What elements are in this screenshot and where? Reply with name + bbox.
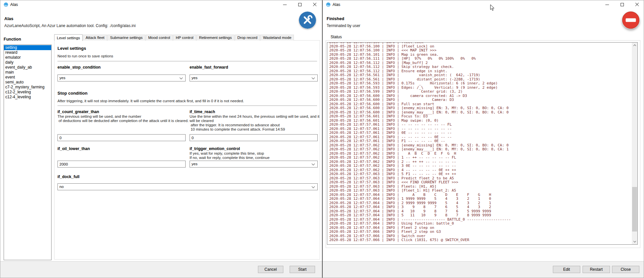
footer-bar: Cancel Start <box>0 261 322 278</box>
titlebar[interactable]: Alas <box>0 0 322 9</box>
select-value: no <box>59 185 64 189</box>
window-title: Alas <box>10 2 18 7</box>
window-title: Alas <box>333 2 340 7</box>
help-text: 10 minutes to complete the current attac… <box>190 127 285 132</box>
help-text: The previous setting will be used, and t… <box>57 114 141 119</box>
alas-app-icon <box>4 2 8 7</box>
scroll-down-button[interactable] <box>632 239 637 244</box>
tab-content-panel: Level settings Need to run once to save … <box>54 40 320 260</box>
label-if-time-reach: if_time_reach <box>190 109 215 114</box>
chevron-down-icon <box>312 76 315 79</box>
divider <box>57 106 317 106</box>
help-text: If no, wait for reply, complete this tim… <box>190 156 269 160</box>
minimize-icon <box>283 5 287 5</box>
close-icon <box>635 3 639 7</box>
window-config: Alas Alas AzurLaneAutoScript, An Azur La… <box>0 0 322 278</box>
chevron-down-icon <box>180 76 183 79</box>
status-group-label: Status <box>331 35 342 39</box>
function-item-reward[interactable]: reward <box>4 50 51 55</box>
chevron-down-icon <box>633 240 636 242</box>
app-header-title: Alas <box>4 16 13 21</box>
scrollbar-thumb[interactable] <box>632 187 637 232</box>
maximize-icon <box>621 3 624 6</box>
function-item-c7-2_mystery_farming[interactable]: c7-2_mystery_farming <box>4 85 51 90</box>
function-item-event_daily_ab[interactable]: event_daily_ab <box>4 65 51 70</box>
scroll-up-button[interactable] <box>632 43 637 48</box>
window-status: Alas Finished Terminated by user Status … <box>323 0 644 278</box>
section-desc-level-settings: Need to run once to save options <box>57 54 113 58</box>
help-text: If yes, wait for reply, complete this ti… <box>190 151 264 156</box>
chevron-up-icon <box>633 45 636 47</box>
select-enable-stop-condition[interactable]: yes <box>57 75 186 81</box>
input-if-time-reach[interactable] <box>190 134 318 141</box>
close-button[interactable] <box>307 0 322 9</box>
restart-button[interactable]: Restart <box>583 266 610 273</box>
section-title-stop-condition: Stop condition <box>57 91 88 96</box>
chevron-down-icon <box>312 185 315 188</box>
maximize-button[interactable] <box>615 0 629 9</box>
chevron-down-icon <box>312 162 315 166</box>
tab-submarine-settings[interactable]: Submarine settings <box>107 35 145 41</box>
function-item-semi_auto[interactable]: semi_auto <box>4 80 51 85</box>
log-text: 2020-05-28 12:07:56.100 | INFO | fleet_l… <box>329 42 511 242</box>
function-list[interactable]: settingrewardemulatordailyevent_daily_ab… <box>4 45 52 260</box>
close-action-button[interactable]: Close <box>612 266 639 273</box>
help-text: after the trigger. It is recommended to … <box>190 123 280 127</box>
input-if-oil-lower-than[interactable] <box>57 161 186 168</box>
close-button[interactable] <box>629 0 644 9</box>
cancel-button[interactable]: Cancel <box>258 266 283 273</box>
minimize-button[interactable] <box>277 0 292 9</box>
tab-wasteland-mode[interactable]: Wasteland mode <box>260 35 294 41</box>
window-controls <box>600 0 644 9</box>
function-item-emulator[interactable]: emulator <box>4 55 51 60</box>
maximize-icon <box>298 3 302 6</box>
function-item-event[interactable]: event <box>4 75 51 80</box>
screen: Alas Alas AzurLaneAutoScript, An Azur La… <box>0 0 644 278</box>
section-title-level-settings: Level settings <box>57 46 86 51</box>
stop-sign-icon <box>622 11 640 29</box>
function-item-daily[interactable]: daily <box>4 60 51 65</box>
tab-level-settings[interactable]: Level settings <box>54 34 83 41</box>
select-if-trigger-emotion-control[interactable]: yes <box>190 161 318 168</box>
alas-app-icon <box>326 2 331 7</box>
label-enable-fast-forward: enable_fast_forward <box>190 65 228 70</box>
tab-mood-control[interactable]: Mood control <box>146 35 173 41</box>
edit-button[interactable]: Edit <box>553 266 580 273</box>
tab-bar: Level settingsAttack fleetSubmarine sett… <box>54 34 294 41</box>
tab-hp-control[interactable]: HP control <box>173 35 196 41</box>
label-if-trigger-emotion-control: if_trigger_emotion_control <box>190 146 240 151</box>
function-item-main[interactable]: main <box>4 70 51 75</box>
function-panel-label: Function <box>4 37 21 42</box>
window-controls <box>277 0 322 9</box>
tab-drop-record[interactable]: Drop record <box>235 35 260 41</box>
help-text: will be cleared <box>190 119 214 123</box>
input-if-count-greater-than[interactable] <box>57 134 186 141</box>
label-if-dock-full: if_dock_full <box>57 174 80 179</box>
mouse-cursor <box>490 4 495 11</box>
select-value: yes <box>192 162 197 166</box>
select-enable-fast-forward[interactable]: yes <box>190 75 318 81</box>
status-header-subtitle: Terminated by user <box>327 23 360 28</box>
label-enable-stop-condition: enable_stop_condition <box>57 65 101 70</box>
minimize-button[interactable] <box>600 0 615 9</box>
function-item-setting[interactable]: setting <box>4 45 51 50</box>
label-if-count-greater-than: if_count_greater_than <box>57 109 99 114</box>
tab-attack-fleet[interactable]: Attack fleet <box>83 35 107 41</box>
function-item-c12-4_leveling[interactable]: c12-4_leveling <box>4 95 51 100</box>
tools-badge-icon <box>299 12 316 29</box>
tab-retirement-settings[interactable]: Retirement settings <box>197 35 234 41</box>
app-header-subtitle: AzurLaneAutoScript, An Azur Lane automat… <box>4 23 136 28</box>
titlebar[interactable]: Alas <box>323 0 644 9</box>
footer-bar: Edit Restart Close <box>323 261 644 278</box>
help-text: of deductions will be deducted after com… <box>57 119 189 123</box>
select-value: yes <box>59 76 65 80</box>
minimize-icon <box>605 5 609 5</box>
log-scrollbar[interactable] <box>632 43 637 244</box>
log-output[interactable]: 2020-05-28 12:07:56.100 | INFO | fleet_l… <box>327 42 638 245</box>
label-if-oil-lower-than: if_oil_lower_than <box>57 146 90 151</box>
select-if-dock-full[interactable]: no <box>57 183 318 190</box>
select-value: yes <box>192 76 197 80</box>
function-item-c12-2_leveling[interactable]: c12-2_leveling <box>4 90 51 95</box>
maximize-button[interactable] <box>292 0 307 9</box>
start-button[interactable]: Start <box>290 266 315 273</box>
